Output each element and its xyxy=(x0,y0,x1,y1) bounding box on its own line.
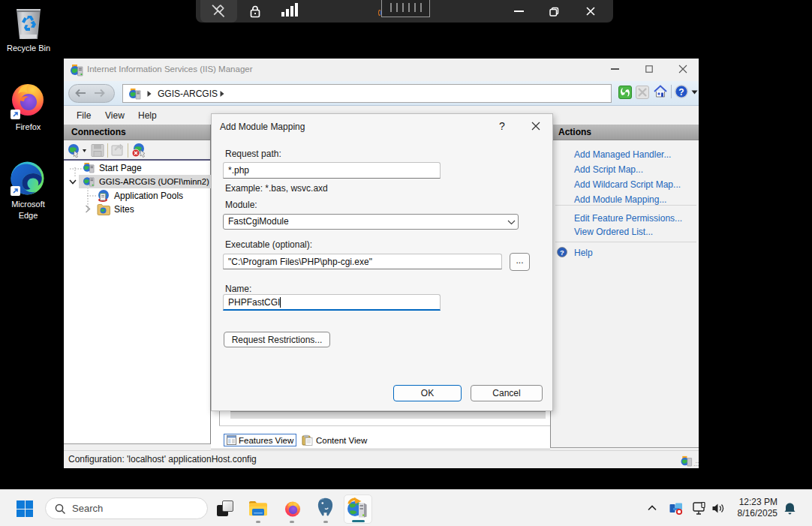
svg-text:?: ? xyxy=(560,248,564,257)
svg-text:?: ? xyxy=(678,87,684,98)
